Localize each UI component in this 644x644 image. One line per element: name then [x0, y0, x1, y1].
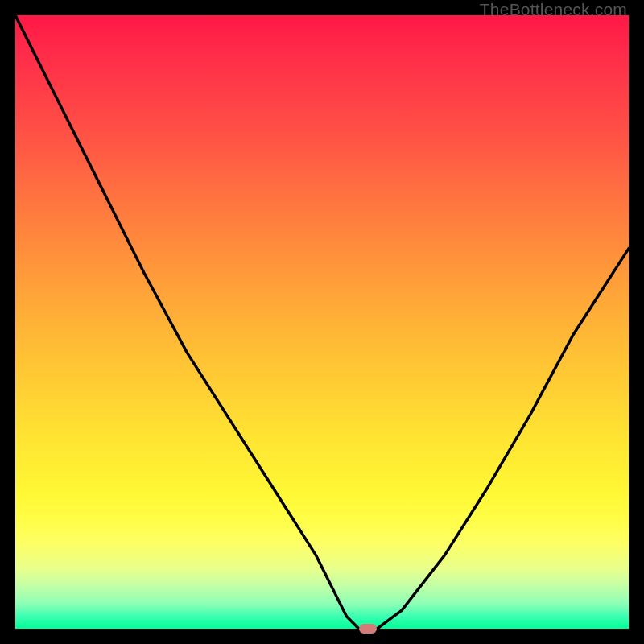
- chart-frame: TheBottleneck.com: [0, 0, 644, 644]
- watermark-text: TheBottleneck.com: [480, 0, 627, 19]
- plot-area: [15, 15, 629, 629]
- bottleneck-curve: [15, 15, 629, 629]
- bottleneck-marker: [359, 624, 377, 634]
